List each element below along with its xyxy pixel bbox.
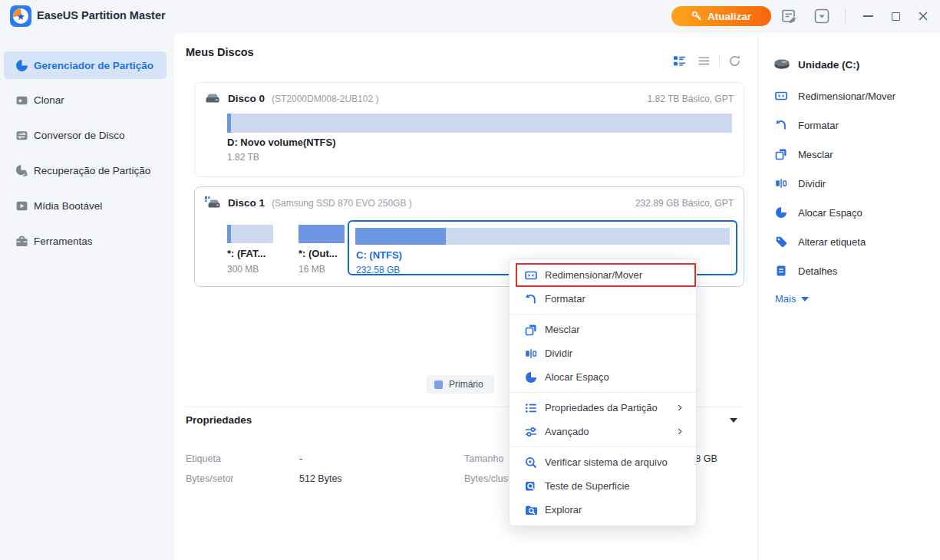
menu-item-label: Mesclar: [545, 324, 580, 335]
sidebar-item-disk-converter[interactable]: Conversor de Disco: [4, 121, 167, 149]
grid-view-icon[interactable]: [673, 54, 686, 68]
upgrade-button[interactable]: Atualizar: [671, 6, 771, 26]
disk-card-0[interactable]: Disco 0 (ST2000DM008-2UB102 ) 1.82 TB Bá…: [194, 82, 744, 177]
star-icon: ★: [16, 12, 25, 21]
partition-bar[interactable]: [227, 114, 732, 133]
toolbar-divider: [719, 55, 720, 67]
partition-size: 232.58 GB: [356, 265, 400, 275]
right-panel-title: Unidade (C:): [798, 59, 859, 71]
action-label: Mesclar: [798, 149, 833, 160]
details-doc-icon: [775, 265, 787, 277]
explore-icon: [525, 504, 537, 516]
menu-item-surface-test[interactable]: Teste de Superficie: [510, 474, 696, 498]
sidebar: Gerenciador de Partição Clonar Conversor…: [0, 33, 174, 560]
sidebar-item-label: Conversor de Disco: [34, 130, 125, 141]
menu-item-format[interactable]: Formatar: [510, 287, 696, 311]
sidebar-item-partition-manager[interactable]: Gerenciador de Partição: [4, 51, 167, 79]
pie-chart-icon: [15, 59, 28, 72]
sidebar-item-label: Ferramentas: [34, 236, 93, 247]
minimize-button[interactable]: [858, 6, 878, 26]
disk-summary: 232.89 GB Básico, GPT: [635, 198, 734, 209]
action-details[interactable]: Detalhes: [773, 259, 931, 282]
clone-disk-icon: [15, 94, 28, 107]
menu-item-label: Verificar sistema de arquivo: [545, 456, 668, 468]
primary-color-swatch: [434, 380, 443, 389]
menu-item-partition-properties[interactable]: Propriedades da Partição: [510, 396, 696, 420]
hdd-disk-icon: [204, 91, 221, 106]
sidebar-item-label: Clonar: [34, 94, 64, 106]
action-format[interactable]: Formatar: [773, 114, 931, 137]
partition-bar-used: [227, 225, 231, 243]
sidebar-item-label: Recuperação de Partição: [34, 165, 150, 176]
menu-divider: [510, 392, 696, 393]
sidebar-item-partition-recovery[interactable]: Recuperação de Partição: [4, 156, 167, 184]
prop-value-etiqueta: -: [299, 453, 302, 464]
collapse-caret-icon[interactable]: [730, 418, 737, 423]
list-view-icon[interactable]: [698, 54, 711, 68]
action-allocate-space[interactable]: Alocar Espaço: [773, 201, 931, 224]
menu-item-resize-move[interactable]: Redimensionar/Mover: [510, 263, 696, 287]
partition-label: *: (FAT...: [227, 248, 275, 259]
action-label: Dividir: [798, 178, 826, 189]
action-split[interactable]: Dividir: [773, 172, 931, 195]
advanced-sliders-icon: [525, 426, 537, 438]
close-button[interactable]: [913, 6, 933, 26]
merge-icon: [525, 324, 537, 336]
feedback-note-icon[interactable]: [780, 8, 797, 25]
resize-move-icon: [525, 269, 537, 282]
format-icon: [525, 293, 537, 305]
more-label: Mais: [775, 293, 796, 305]
refresh-icon[interactable]: [728, 54, 741, 68]
disk-name: Disco 0: [228, 93, 265, 104]
ssd-disk-icon: [204, 196, 221, 210]
sidebar-item-label: Mídia Bootável: [34, 200, 102, 212]
surface-test-icon: [525, 480, 537, 492]
partition-bar[interactable]: [298, 225, 345, 243]
sidebar-item-label: Gerenciador de Partição: [34, 60, 153, 71]
menu-item-allocate-space[interactable]: Alocar Espaço: [510, 365, 696, 389]
menu-dropdown-icon[interactable]: [813, 8, 830, 25]
more-link[interactable]: Mais: [775, 293, 809, 305]
chevron-right-icon: [676, 404, 684, 412]
sidebar-item-tools[interactable]: Ferramentas: [4, 227, 167, 255]
partition-recovery-icon: [15, 164, 28, 177]
sidebar-item-bootable-media[interactable]: Mídia Bootável: [4, 192, 167, 219]
menu-item-advanced[interactable]: Avançado: [510, 420, 696, 443]
menu-item-check-filesystem[interactable]: Verificar sistema de arquivo: [510, 450, 696, 474]
menu-item-split[interactable]: Dividir: [510, 341, 696, 365]
disk-converter-icon: [15, 129, 28, 142]
menu-divider: [510, 446, 696, 447]
page-title: Meus Discos: [186, 46, 254, 58]
key-icon: [691, 11, 702, 21]
partition-bar[interactable]: [227, 225, 273, 243]
merge-icon: [775, 148, 787, 160]
split-icon: [525, 348, 537, 360]
action-label: Alocar Espaço: [798, 207, 862, 219]
menu-item-label: Dividir: [545, 348, 572, 359]
bootable-media-icon: [15, 199, 28, 212]
menu-item-label: Formatar: [545, 293, 585, 305]
menu-item-merge[interactable]: Mesclar: [510, 318, 696, 341]
partition-size: 16 MB: [298, 264, 325, 275]
partition-label: *: (Out...: [298, 248, 348, 259]
properties-list-icon: [525, 402, 537, 414]
disk-model: (Samsung SSD 870 EVO 250GB ): [272, 198, 412, 209]
maximize-button[interactable]: [886, 6, 905, 26]
action-change-label[interactable]: Alterar etiqueta: [773, 230, 931, 253]
partition-bar: [355, 228, 730, 245]
action-resize-move[interactable]: Redimensionar/Mover: [773, 84, 931, 107]
menu-item-explore[interactable]: Explorar: [510, 498, 696, 522]
partition-size: 1.82 TB: [227, 152, 259, 163]
action-merge[interactable]: Mesclar: [773, 143, 931, 166]
partition-size: 300 MB: [227, 264, 259, 275]
chevron-right-icon: [676, 427, 684, 436]
properties-title: Propriedades: [186, 414, 252, 426]
close-icon: [918, 11, 928, 21]
partition-bar-used: [227, 114, 231, 133]
split-icon: [775, 177, 787, 189]
allocate-space-icon: [775, 206, 787, 219]
menu-item-label: Alocar Espaço: [545, 371, 609, 383]
prop-value-bytes-setor: 512 Bytes: [299, 473, 342, 484]
sidebar-item-clone[interactable]: Clonar: [4, 86, 167, 114]
disk-model: (ST2000DM008-2UB102 ): [272, 94, 378, 104]
